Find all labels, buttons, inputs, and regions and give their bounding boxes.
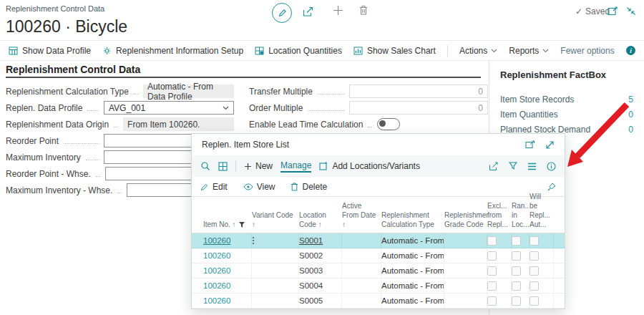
location-quantities-button[interactable]: Location Quantities	[255, 46, 342, 56]
will-be-repl-aut-checkbox[interactable]	[530, 296, 539, 306]
table-row[interactable]: 100260 S0002 Automatic - From Da...	[192, 248, 565, 263]
show-sales-chart-button[interactable]: Show Sales Chart	[353, 46, 436, 56]
collapse-button[interactable]	[626, 6, 636, 16]
table-row[interactable]: 100260 S0005 Automatic - From Da...	[192, 294, 565, 309]
filter-button[interactable]	[509, 162, 517, 170]
share-icon	[489, 162, 499, 171]
show-data-profile-button[interactable]: Show Data Profile	[9, 46, 91, 56]
excl-from-repl-checkbox[interactable]	[487, 296, 497, 306]
ran-in-loc-checkbox[interactable]	[512, 281, 521, 291]
new-button[interactable]	[333, 5, 343, 16]
reports-menu[interactable]: Reports	[509, 46, 549, 56]
column-header-will-be-repl-aut[interactable]: Will be Repl... Aut...	[530, 192, 554, 229]
ran-in-loc-checkbox[interactable]	[512, 296, 521, 306]
column-header-variant-code[interactable]: Variant Code ↑	[252, 210, 299, 229]
will-be-repl-aut-checkbox[interactable]	[530, 266, 539, 276]
column-header-excl-from-repl[interactable]: Excl... from Repl...	[487, 201, 512, 229]
will-be-repl-aut-checkbox[interactable]	[530, 251, 539, 261]
share-icon	[303, 6, 314, 17]
column-header-ran-in-loc[interactable]: Ran... in Loc...	[512, 201, 530, 229]
factbox-item-quantities: Item Quantities 0	[500, 107, 633, 122]
item-no-link[interactable]: 100260	[203, 236, 230, 245]
column-filter-icon	[239, 222, 245, 228]
will-be-repl-aut-checkbox[interactable]	[530, 236, 539, 246]
item-no-link[interactable]: 100260	[203, 296, 230, 305]
excl-from-repl-checkbox[interactable]	[487, 251, 497, 261]
list-icon	[527, 163, 537, 170]
replenishment-information-setup-button[interactable]: Replenishment Information Setup	[102, 46, 243, 56]
planned-stock-demand-value[interactable]: 0	[628, 125, 633, 135]
info-badge-icon[interactable]: i	[626, 46, 635, 55]
sales-chart-icon	[353, 47, 363, 55]
field-replenishment-data-origin: Replenishment Data Origin From Item 1002…	[6, 116, 234, 132]
location-quantities-icon	[255, 47, 264, 55]
check-icon: ✓	[575, 6, 582, 16]
dialog-expand-button[interactable]	[545, 140, 555, 150]
excl-from-repl-checkbox[interactable]	[487, 266, 497, 276]
excl-from-repl-checkbox[interactable]	[487, 236, 497, 246]
replenishment-data-origin-value: From Item 100260.	[123, 117, 234, 131]
row-options-icon[interactable]	[252, 236, 255, 245]
fewer-options-link[interactable]: Fewer options	[560, 46, 614, 56]
breadcrumb[interactable]: Replenishment Control Data	[6, 4, 104, 13]
column-header-replenishment-calculation-type[interactable]: Replenishment Calculation Type	[381, 210, 444, 229]
analyze-icon	[218, 162, 228, 171]
excl-from-repl-checkbox[interactable]	[487, 281, 497, 291]
column-header-active-from-date[interactable]: Active From Date ↑	[342, 201, 381, 229]
new-button[interactable]: New	[244, 161, 273, 171]
unpin-button[interactable]	[547, 183, 556, 191]
dialog-title: Replen. Item Store List	[202, 140, 515, 150]
chevron-down-icon	[223, 106, 229, 110]
delete-button[interactable]: Delete	[291, 182, 327, 192]
ran-in-loc-checkbox[interactable]	[512, 266, 521, 276]
replen-data-profile-select[interactable]: AVG_001	[104, 101, 234, 115]
column-header-replenishment-grade-code[interactable]: Replenishment Grade Code	[444, 210, 487, 229]
search-button[interactable]	[200, 161, 210, 171]
share-button[interactable]	[303, 6, 314, 17]
dialog-popout-button[interactable]	[525, 140, 535, 149]
item-quantities-value[interactable]: 0	[628, 110, 633, 120]
edit-button[interactable]	[272, 3, 292, 23]
dialog-toolbar: New Manage Add Locations/Variants	[192, 155, 565, 177]
ran-in-loc-checkbox[interactable]	[512, 236, 521, 246]
item-store-records-value[interactable]: 5	[628, 94, 633, 105]
field-order-multiple: Order Multiple 0	[249, 100, 488, 116]
transfer-multiple-input[interactable]: 0	[349, 84, 488, 98]
item-no-link[interactable]: 100260	[203, 266, 230, 275]
column-header-item-no[interactable]: Item No. ↑	[203, 220, 252, 229]
choose-columns-button[interactable]	[527, 163, 537, 170]
trash-icon	[291, 183, 298, 191]
share-button[interactable]	[489, 162, 499, 171]
actions-menu[interactable]: Actions	[459, 46, 497, 56]
view-button[interactable]: View	[243, 182, 275, 192]
expand-icon	[545, 140, 555, 150]
table-row[interactable]: 100260 S0003 Automatic - From Da...	[192, 263, 565, 278]
add-locations-variants-button[interactable]: Add Locations/Variants	[319, 161, 420, 171]
item-no-link[interactable]: 100260	[203, 281, 230, 290]
item-no-link[interactable]: 100260	[203, 251, 230, 260]
collapse-icon	[626, 6, 636, 16]
section-title: Replenishment Control Data	[6, 64, 140, 75]
location-code-link[interactable]: S0001	[299, 236, 323, 245]
open-in-window-button[interactable]	[608, 6, 618, 16]
factbox-item-store-records: Item Store Records 5	[500, 92, 633, 107]
order-multiple-input[interactable]: 0	[349, 101, 488, 115]
delete-button[interactable]	[358, 5, 369, 16]
column-header-location-code[interactable]: Location Code ↑	[299, 210, 342, 229]
lead-time-toggle[interactable]	[377, 118, 400, 130]
manage-tab[interactable]: Manage	[280, 160, 311, 173]
plus-icon	[333, 5, 343, 16]
dialog-titlebar: Replen. Item Store List	[192, 134, 565, 155]
edit-button[interactable]: Edit	[200, 182, 228, 192]
table-row[interactable]: 100260 S0004 Automatic - From Da...	[192, 278, 565, 294]
ran-in-loc-checkbox[interactable]	[512, 251, 521, 261]
pencil-icon	[200, 183, 209, 191]
replenishment-factbox: Replenishment FactBox Item Store Records…	[500, 61, 633, 137]
eye-icon	[243, 183, 253, 190]
plus-icon	[244, 163, 252, 170]
info-button[interactable]	[547, 162, 556, 171]
table-row[interactable]: 100260 S0001 Automatic - From Da...	[192, 233, 565, 248]
analyze-button[interactable]	[218, 162, 228, 171]
will-be-repl-aut-checkbox[interactable]	[530, 281, 539, 291]
popout-icon	[608, 6, 618, 16]
